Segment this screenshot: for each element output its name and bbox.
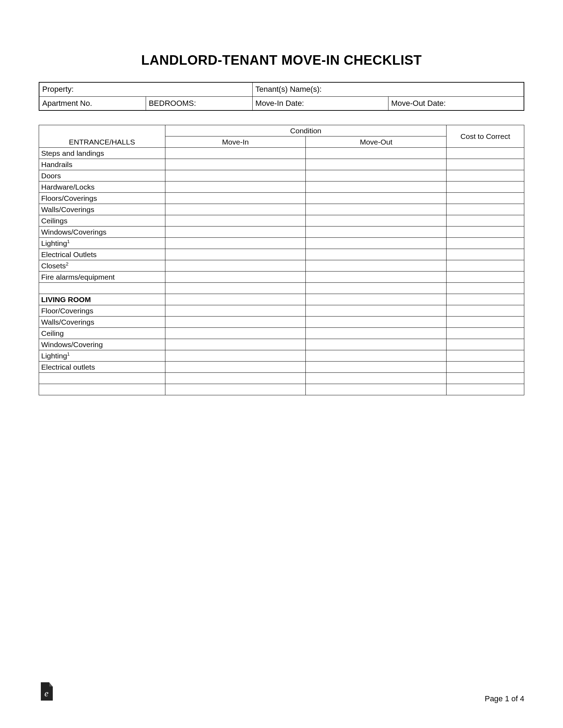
movein-cell[interactable] <box>165 350 306 362</box>
moveout-cell[interactable] <box>306 204 447 215</box>
cost-cell[interactable] <box>447 362 524 373</box>
moveout-cell[interactable] <box>306 148 447 159</box>
blank-cell[interactable] <box>39 384 165 395</box>
movein-cell[interactable] <box>165 159 306 170</box>
moveout-cell[interactable] <box>306 159 447 170</box>
blank-cell[interactable] <box>306 384 447 395</box>
cost-cell[interactable] <box>447 350 524 362</box>
section-header: ENTRANCE/HALLS <box>39 125 165 148</box>
moveout-cell[interactable] <box>306 260 447 272</box>
movein-cell[interactable] <box>165 305 306 317</box>
moveout-cell[interactable] <box>306 249 447 260</box>
cost-cell[interactable] <box>447 193 524 204</box>
movein-cell[interactable] <box>165 170 306 181</box>
moveout-cell[interactable] <box>306 339 447 350</box>
movein-cell[interactable] <box>165 272 306 283</box>
moveout-cell[interactable] <box>306 170 447 181</box>
cost-cell[interactable] <box>447 204 524 215</box>
blank-cell[interactable] <box>447 283 524 294</box>
item-label: Lighting1 <box>39 350 165 362</box>
apartment-field[interactable]: Apartment No. <box>39 96 146 110</box>
cost-cell[interactable] <box>447 170 524 181</box>
item-label: Steps and landings <box>39 148 165 159</box>
movein-cell[interactable] <box>165 226 306 238</box>
movein-cell[interactable] <box>165 193 306 204</box>
item-label: Lighting1 <box>39 238 165 249</box>
cost-cell[interactable] <box>447 339 524 350</box>
blank-cell[interactable] <box>447 373 524 384</box>
cost-cell[interactable] <box>447 328 524 339</box>
cost-cell[interactable] <box>447 238 524 249</box>
blank-cell[interactable] <box>165 373 306 384</box>
moveout-date-field[interactable]: Move-Out Date: <box>388 96 524 110</box>
blank-cell[interactable] <box>39 283 165 294</box>
cost-cell[interactable] <box>447 226 524 238</box>
moveout-cell[interactable] <box>306 181 447 193</box>
section-header-cell <box>165 294 306 305</box>
cost-cell[interactable] <box>447 305 524 317</box>
item-label: Floors/Coverings <box>39 193 165 204</box>
document-page: LANDLORD-TENANT MOVE-IN CHECKLIST Proper… <box>0 0 563 728</box>
blank-cell[interactable] <box>447 384 524 395</box>
moveout-cell[interactable] <box>306 328 447 339</box>
movein-cell[interactable] <box>165 260 306 272</box>
moveout-cell[interactable] <box>306 362 447 373</box>
item-label: Closets2 <box>39 260 165 272</box>
movein-cell[interactable] <box>165 238 306 249</box>
blank-cell[interactable] <box>165 384 306 395</box>
item-label: Electrical outlets <box>39 362 165 373</box>
item-label: Electrical Outlets <box>39 249 165 260</box>
movein-cell[interactable] <box>165 181 306 193</box>
moveout-header: Move-Out <box>306 136 447 148</box>
property-field[interactable]: Property: <box>39 82 252 96</box>
checklist-table: ENTRANCE/HALLS Condition Cost to Correct… <box>39 125 524 395</box>
movein-cell[interactable] <box>165 317 306 328</box>
blank-cell[interactable] <box>39 373 165 384</box>
cost-cell[interactable] <box>447 148 524 159</box>
moveout-cell[interactable] <box>306 193 447 204</box>
item-label: Hardware/Locks <box>39 181 165 193</box>
section-header-cell <box>447 294 524 305</box>
moveout-cell[interactable] <box>306 350 447 362</box>
cost-cell[interactable] <box>447 317 524 328</box>
moveout-cell[interactable] <box>306 317 447 328</box>
movein-cell[interactable] <box>165 249 306 260</box>
eforms-logo-icon: e <box>39 682 54 703</box>
movein-cell[interactable] <box>165 362 306 373</box>
item-label: Floor/Coverings <box>39 305 165 317</box>
cost-cell[interactable] <box>447 215 524 226</box>
movein-cell[interactable] <box>165 148 306 159</box>
tenants-field[interactable]: Tenant(s) Name(s): <box>252 82 524 96</box>
moveout-cell[interactable] <box>306 238 447 249</box>
movein-cell[interactable] <box>165 328 306 339</box>
item-label: Walls/Coverings <box>39 204 165 215</box>
page-number: Page 1 of 4 <box>485 694 524 703</box>
movein-cell[interactable] <box>165 339 306 350</box>
movein-date-field[interactable]: Move-In Date: <box>252 96 388 110</box>
movein-header: Move-In <box>165 136 306 148</box>
cost-cell[interactable] <box>447 181 524 193</box>
header-info-table: Property: Tenant(s) Name(s): Apartment N… <box>39 82 524 111</box>
blank-cell[interactable] <box>306 373 447 384</box>
bedrooms-field[interactable]: BEDROOMS: <box>146 96 252 110</box>
movein-cell[interactable] <box>165 204 306 215</box>
cost-cell[interactable] <box>447 260 524 272</box>
moveout-cell[interactable] <box>306 272 447 283</box>
cost-cell[interactable] <box>447 272 524 283</box>
page-title: LANDLORD-TENANT MOVE-IN CHECKLIST <box>39 53 524 68</box>
moveout-cell[interactable] <box>306 226 447 238</box>
condition-header: Condition <box>165 125 447 136</box>
cost-cell[interactable] <box>447 159 524 170</box>
moveout-cell[interactable] <box>306 305 447 317</box>
blank-cell[interactable] <box>165 283 306 294</box>
item-label: Windows/Coverings <box>39 226 165 238</box>
item-label: Walls/Coverings <box>39 317 165 328</box>
cost-header: Cost to Correct <box>447 125 524 148</box>
blank-cell[interactable] <box>306 283 447 294</box>
item-label: Doors <box>39 170 165 181</box>
item-label: Windows/Covering <box>39 339 165 350</box>
moveout-cell[interactable] <box>306 215 447 226</box>
movein-cell[interactable] <box>165 215 306 226</box>
page-footer: e Page 1 of 4 <box>39 682 524 703</box>
cost-cell[interactable] <box>447 249 524 260</box>
